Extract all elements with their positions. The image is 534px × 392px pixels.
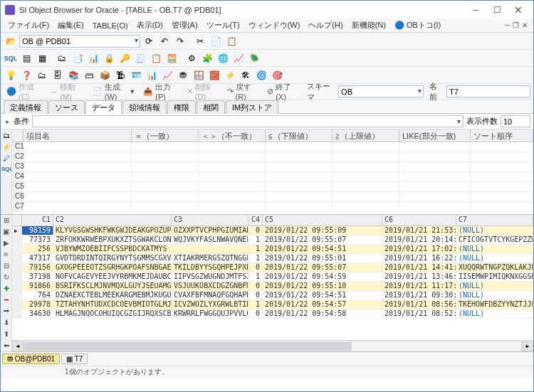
minimize-button[interactable]: ─ (465, 3, 486, 17)
schema-combo[interactable] (338, 85, 424, 97)
rowbar-icon-4[interactable]: ≡ (1, 250, 11, 260)
data-col-c4[interactable]: C4 (248, 215, 263, 226)
hscroll-track[interactable] (23, 341, 522, 351)
data-row[interactable]: 91866BSRIFKSCLMJNVMQXLGUYJSEUAMGBOWVSJUU… (12, 282, 533, 291)
data-row[interactable]: 77373ZRFOKKWRWEBPXUKXZTSGWAKCLONAHVWQJVK… (12, 235, 533, 245)
data-grid[interactable]: C1 C2 C3 C4 C5 C6 C7 98159KLYVGSGWSHKFWK… (12, 215, 533, 351)
tb3-icon-12[interactable]: ⛃ (176, 68, 190, 83)
tb-icon-8[interactable]: 🌐 (216, 51, 230, 65)
menu-view[interactable]: 表示(D) (132, 18, 167, 32)
tb-icon-10[interactable]: 🪲 (247, 51, 261, 65)
tab-data[interactable]: データ (85, 100, 122, 114)
rowbar-icon-10[interactable]: ⬇ (1, 319, 11, 328)
menu-window[interactable]: ウィンドウ(W) (244, 18, 305, 32)
maximize-button[interactable]: ☐ (486, 3, 508, 17)
sidebar-icon-3[interactable]: 🖊 (1, 154, 11, 164)
col-sort[interactable]: ソート順序 (471, 129, 533, 142)
tb-icon-2[interactable]: 📑 (70, 51, 85, 65)
menu-edit[interactable]: 編集(E) (53, 18, 88, 32)
data-row[interactable]: 29978TZTAHYNHTUDXCDCOEVBMIOTGLMJTFJICVZW… (12, 300, 533, 309)
refresh-icon[interactable]: ⟳ (142, 34, 156, 48)
tb3-icon-16[interactable]: 🛠 (239, 68, 253, 83)
sidebar-icon-2[interactable]: ⚡ (1, 143, 11, 152)
col-neq[interactable]: ＜＞（不一致） (199, 129, 266, 142)
data-row[interactable]: 34630HLMAGJNQOCOHUIQCGZGIJRQXSCBXGKKRWRR… (12, 309, 533, 319)
rowbar-icon-12[interactable]: ⬅ (1, 341, 11, 351)
open-icon[interactable]: 📂 (4, 34, 18, 48)
key-icon[interactable]: 🔑 (117, 51, 132, 65)
rowbar-icon-8[interactable]: ━ (1, 296, 11, 305)
tb3-icon-8[interactable]: 🗜 (113, 68, 127, 83)
action-exit[interactable]: ⊘ 終了(X) (264, 81, 301, 102)
connection-combo[interactable] (19, 35, 140, 48)
tab-region[interactable]: 領域情報 (122, 100, 167, 114)
tb3-icon-7[interactable]: 📦 (98, 68, 112, 83)
criteria-row[interactable]: C3 (12, 162, 533, 172)
filter-condition-combo[interactable] (32, 115, 464, 127)
tb3-icon-15[interactable]: ⚡ (223, 68, 237, 83)
criteria-row[interactable]: C6 (12, 192, 533, 202)
tb3-icon-1[interactable]: 💡 (4, 68, 18, 83)
tb-icon-7[interactable]: 🧩 (200, 51, 214, 65)
rowbar-icon-5[interactable]: ⊟ (1, 262, 11, 271)
sql-icon[interactable]: SQL (4, 51, 18, 65)
tb3-icon-11[interactable]: 📈 (160, 68, 174, 83)
data-row[interactable]: 37198NOFVCAGEVYEEJVYRBMKMEJDAUBCZJLIIPVS… (12, 272, 533, 282)
grid-icon[interactable]: ▦ (35, 51, 49, 65)
data-col-c6[interactable]: C6 (382, 215, 456, 226)
action-generate[interactable]: 📄 生成(W) ▾ (90, 81, 138, 102)
rowbar-icon-2[interactable]: ▣ (1, 228, 11, 237)
rowbar-icon-11[interactable]: ⬆ (1, 330, 11, 339)
child-minimize-button[interactable]: ─ (505, 21, 510, 29)
data-row[interactable]: 98159KLYVGSGWSHKFWKGWJDEAKGPOZUPGBPOZXXP… (12, 226, 533, 235)
hscroll-right[interactable]: ▶ (522, 341, 533, 351)
menu-newfunc[interactable]: 新機能(N) (347, 18, 390, 32)
data-row[interactable]: 79156GXOGPEEEOTZSGRHGKPOAFSNBGAEIXPTKILD… (12, 263, 533, 272)
list-icon[interactable]: ▤ (19, 51, 33, 65)
tab-imstore[interactable]: IM列ストア (226, 100, 278, 114)
tb3-icon-3[interactable]: 🗂 (35, 68, 49, 83)
rowbar-icon-1[interactable]: ⊞ (1, 216, 11, 226)
data-col-c3[interactable]: C3 (172, 215, 248, 226)
sidebar-icon-1[interactable]: 🗂 (1, 132, 11, 141)
hscroll-thumb[interactable] (24, 342, 352, 351)
tab-correlation[interactable]: 相関 (197, 100, 225, 114)
col-lte[interactable]: ≦（下限値） (266, 129, 333, 142)
copy-icon[interactable]: 📄 (209, 34, 223, 48)
action-redo[interactable]: ↷ 戻す(R) (224, 81, 262, 102)
tb3-icon-18[interactable]: 🎯 (270, 68, 284, 83)
col-eq[interactable]: ＝（一致） (132, 129, 199, 142)
action-output[interactable]: 📤 出力(P) (140, 81, 181, 102)
paste-icon[interactable]: 📋 (224, 34, 239, 48)
data-col-c5[interactable]: C5 (263, 215, 382, 226)
rowbar-icon-3[interactable]: ▶ (1, 239, 11, 248)
tb-icon-9[interactable]: 📈 (231, 51, 246, 65)
rowbar-icon-6[interactable]: ↻ (1, 273, 11, 282)
criteria-row[interactable]: C1 (12, 142, 533, 152)
tab-definition[interactable]: 定義情報 (4, 100, 48, 114)
sidebar-icon-4[interactable]: SQL (1, 166, 11, 175)
tb-icon-6[interactable]: 🧮 (164, 51, 179, 65)
data-row[interactable]: 47317GVDTDRDINTQIRGYNYTSGMMSCGXVVSJXTIAK… (12, 254, 533, 263)
rowbar-icon-9[interactable]: ⮕ (1, 307, 11, 317)
tb-icon-3[interactable]: 📊 (86, 51, 100, 65)
status-table-tab[interactable]: ▦ T7 (61, 354, 88, 364)
redo-icon[interactable]: ↷ (173, 34, 187, 48)
tb-icon-5[interactable]: 📋 (149, 51, 163, 65)
criteria-row[interactable]: C2 (12, 152, 533, 162)
data-col-c7[interactable]: C7 (456, 215, 533, 226)
menu-file[interactable]: ファイル(F) (4, 18, 53, 32)
criteria-row[interactable]: C4 (12, 172, 533, 182)
data-row[interactable]: 256VJBYWMZOEBIIFCSSPBDCKATMYS L12019/01/… (12, 245, 533, 254)
tb3-icon-14[interactable]: 🧱 (207, 68, 221, 83)
gear-icon[interactable]: ⚙ (184, 51, 199, 65)
tb3-icon-10[interactable]: 📊 (145, 68, 159, 83)
name-input[interactable] (446, 85, 530, 97)
tb3-icon-5[interactable]: 📚 (66, 68, 80, 83)
tb3-icon-9[interactable]: 🪪 (129, 68, 143, 83)
col-like[interactable]: LIKE(部分一致) (399, 129, 471, 142)
tb-icon-4[interactable]: 🧾 (133, 51, 147, 65)
tab-privilege[interactable]: 権限 (167, 100, 196, 114)
criteria-row[interactable]: C7 (12, 202, 533, 212)
tb3-icon-17[interactable]: 🌀 (254, 68, 268, 83)
